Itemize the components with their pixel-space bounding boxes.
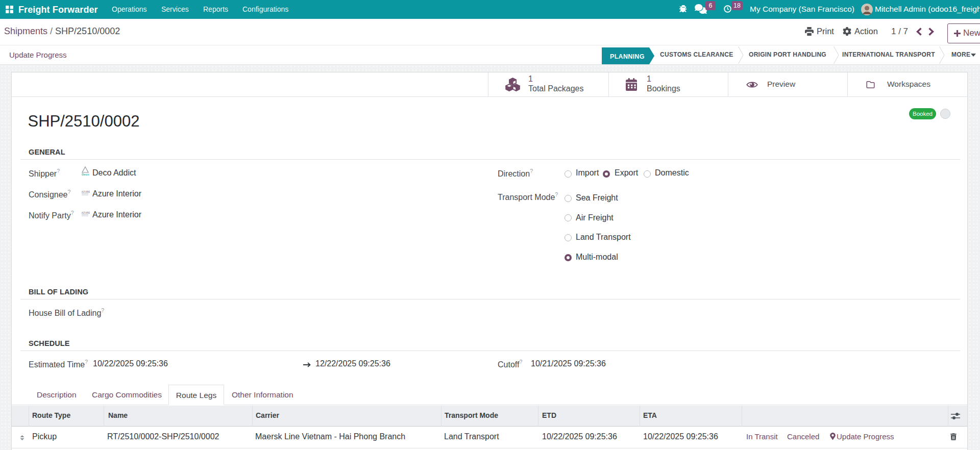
svg-text:AZURE: AZURE: [82, 211, 90, 214]
svg-text:AZURE: AZURE: [82, 190, 90, 193]
svg-text:Deco: Deco: [82, 173, 89, 176]
svg-text:PLANNING: PLANNING: [610, 53, 645, 60]
